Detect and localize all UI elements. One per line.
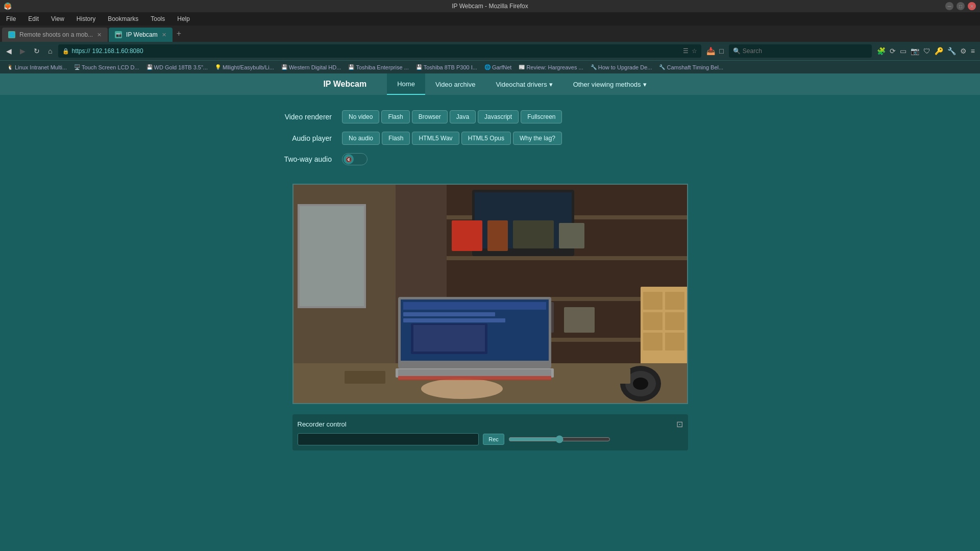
- addr-protocol: https://: [71, 47, 90, 55]
- btn-flash-video[interactable]: Flash: [381, 110, 409, 123]
- mute-icon: 🔇: [346, 157, 352, 162]
- settings-section: Video renderer No video Flash Browser Ja…: [260, 110, 720, 173]
- menu-file[interactable]: File: [4, 14, 18, 23]
- new-tab-button[interactable]: +: [174, 29, 184, 38]
- btn-why-lag[interactable]: Why the lag?: [513, 132, 562, 145]
- expand-recorder-icon[interactable]: ⊡: [676, 419, 683, 429]
- bookmark-garfnet[interactable]: 🌐 GarfNet: [481, 63, 515, 71]
- lastpass-icon[interactable]: 🔑: [934, 46, 944, 56]
- bookmark-icon-review: 📰: [519, 64, 525, 70]
- video-renderer-label: Video renderer: [260, 113, 332, 121]
- window-title: IP Webcam - Mozilla Firefox: [452, 3, 528, 10]
- bookmark-touchscreen[interactable]: 🖥️ Touch Screen LCD D...: [71, 63, 142, 71]
- svg-rect-21: [643, 312, 663, 330]
- btn-fullscreen-video[interactable]: Fullscreen: [521, 110, 562, 123]
- recorder-title-text: Recorder control: [298, 420, 347, 428]
- recorder-rec-button[interactable]: Rec: [483, 434, 504, 445]
- btn-browser-video[interactable]: Browser: [412, 110, 448, 123]
- container-icon[interactable]: □: [718, 46, 724, 56]
- ublock-icon[interactable]: 🛡: [922, 46, 932, 56]
- screenshot-icon[interactable]: 📷: [910, 46, 920, 56]
- extensions-icon[interactable]: 🧩: [876, 46, 887, 56]
- forward-button[interactable]: ▶: [18, 46, 28, 56]
- recorder-filename-input[interactable]: [298, 433, 479, 445]
- sync-icon[interactable]: ⟳: [889, 46, 897, 56]
- svg-rect-13: [513, 220, 554, 248]
- bookmark-icon-western: 💾: [281, 64, 287, 70]
- nav-video-archive[interactable]: Video archive: [425, 73, 486, 95]
- svg-rect-39: [345, 371, 385, 384]
- bookmark-upgrade[interactable]: 🔧 How to Upgrade De...: [587, 63, 655, 71]
- bookmark-icon-garfnet: 🌐: [484, 64, 491, 70]
- menu-history[interactable]: History: [75, 14, 97, 23]
- menu-open-icon[interactable]: ≡: [970, 46, 976, 56]
- nav-home[interactable]: Home: [387, 73, 425, 95]
- address-input[interactable]: [92, 47, 681, 55]
- site-title: IP Webcam: [323, 80, 366, 89]
- recorder-slider[interactable]: [508, 435, 610, 443]
- menu-view[interactable]: View: [49, 14, 66, 23]
- webcam-scene: [293, 185, 688, 404]
- tab-close-remote[interactable]: ✕: [97, 32, 102, 38]
- bookmark-linux[interactable]: 🐧 Linux Intranet Multi...: [4, 63, 70, 71]
- home-button[interactable]: ⌂: [46, 46, 54, 56]
- menu-bookmarks[interactable]: Bookmarks: [106, 14, 140, 23]
- star-bookmark-icon[interactable]: ☆: [692, 47, 697, 55]
- btn-no-audio[interactable]: No audio: [342, 132, 380, 145]
- nav-videochat-drivers[interactable]: Videochat drivers ▾: [485, 73, 562, 95]
- two-way-audio-toggle[interactable]: 🔇: [342, 153, 368, 165]
- address-input-wrap: 🔒 https:// ☰ ☆: [58, 44, 701, 58]
- site-nav: IP Webcam Home Video archive Videochat d…: [0, 73, 980, 95]
- addon2-icon[interactable]: ⚙: [959, 46, 968, 56]
- menu-tools[interactable]: Tools: [149, 14, 167, 23]
- svg-rect-31: [403, 318, 505, 322]
- main-content: Video renderer No video Flash Browser Ja…: [0, 95, 980, 461]
- svg-rect-2: [299, 205, 365, 307]
- bookmark-icon-wd: 💾: [146, 64, 153, 70]
- maximize-icon[interactable]: □: [957, 2, 965, 10]
- menu-help[interactable]: Help: [175, 14, 192, 23]
- tab-close-webcam[interactable]: ✕: [162, 32, 166, 38]
- container-tab-icon[interactable]: ▭: [899, 46, 908, 56]
- search-icon: 🔍: [733, 47, 741, 55]
- minimize-icon[interactable]: ─: [945, 2, 953, 10]
- video-placeholder: [293, 185, 687, 403]
- search-bar: 🔍: [729, 44, 872, 58]
- bookmark-icon-upgrade: 🔧: [591, 64, 597, 70]
- bookmark-camshaft[interactable]: 🔧 Camshaft Timing Bel...: [656, 63, 726, 71]
- btn-html5-wav[interactable]: HTML5 Wav: [412, 132, 459, 145]
- toolbar-icons-mid: 📥 □: [705, 46, 724, 56]
- btn-java-video[interactable]: Java: [450, 110, 476, 123]
- bookmark-mllight[interactable]: 💡 Mllight/Easybulb/Li...: [212, 63, 277, 71]
- bookmark-toshiba-8tb[interactable]: 💾 Toshiba 8TB P300 I...: [413, 63, 480, 71]
- bookmark-wd[interactable]: 💾 WD Gold 18TB 3.5"...: [143, 63, 211, 71]
- svg-rect-30: [403, 312, 495, 316]
- search-input[interactable]: [743, 47, 868, 55]
- close-icon[interactable]: ✕: [968, 2, 976, 10]
- bookmark-icon-toshiba-8tb: 💾: [416, 64, 422, 70]
- menu-edit[interactable]: Edit: [26, 14, 41, 23]
- btn-no-video[interactable]: No video: [342, 110, 379, 123]
- nav-other-viewing[interactable]: Other viewing methods ▾: [563, 73, 657, 95]
- bookmark-western[interactable]: 💾 Western Digital HD...: [278, 63, 345, 71]
- btn-html5-opus[interactable]: HTML5 Opus: [461, 132, 511, 145]
- dropdown-arrow-drivers: ▾: [549, 81, 553, 88]
- svg-rect-14: [559, 223, 584, 248]
- tab-ipwebcam[interactable]: 📷 IP Webcam ✕: [109, 28, 173, 42]
- recorder-section: Recorder control ⊡ Rec: [292, 414, 688, 450]
- tab-remote-shoots[interactable]: 🌐 Remote shoots on a mob... ✕: [2, 28, 108, 42]
- bookmark-toshiba-ent[interactable]: 💾 Toshiba Enterprise ...: [345, 63, 411, 71]
- btn-javascript-video[interactable]: Javascript: [478, 110, 519, 123]
- bookmark-icon-toshiba-ent: 💾: [348, 64, 354, 70]
- reader-mode-icon[interactable]: ☰: [683, 47, 689, 55]
- bookmark-review[interactable]: 📰 Review: Hargreaves ...: [516, 63, 586, 71]
- audio-player-buttons: No audio Flash HTML5 Wav HTML5 Opus Why …: [342, 132, 562, 145]
- reload-button[interactable]: ↻: [32, 46, 42, 56]
- audio-player-row: Audio player No audio Flash HTML5 Wav HT…: [260, 132, 720, 145]
- pocket-icon[interactable]: 📥: [705, 46, 716, 56]
- btn-flash-audio[interactable]: Flash: [382, 132, 410, 145]
- back-button[interactable]: ◀: [4, 46, 14, 56]
- title-bar-left: 🦊: [4, 3, 11, 10]
- addon1-icon[interactable]: 🔧: [946, 46, 957, 56]
- svg-rect-41: [398, 376, 551, 380]
